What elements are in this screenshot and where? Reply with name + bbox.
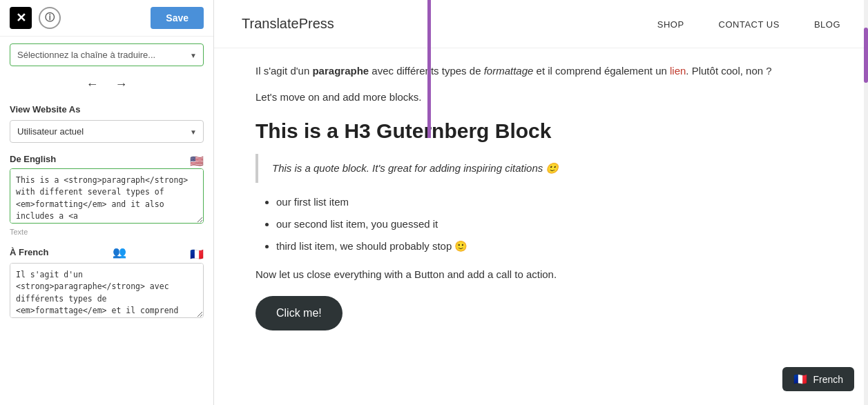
- left-accent-bar: [427, 0, 431, 138]
- site-logo: TranslatePress: [242, 16, 334, 32]
- target-lang-section: À French 👥 🇫🇷 Il s'agit d'un <strong>par…: [10, 246, 204, 321]
- site-nav-links: SHOP CONTACT US BLOG: [657, 18, 840, 30]
- french-badge-label: French: [813, 374, 843, 385]
- nav-arrows: ← →: [10, 75, 204, 95]
- content-list: our first list item our second list item…: [255, 194, 794, 255]
- users-icon: 👥: [113, 246, 126, 259]
- prev-arrow-button[interactable]: ←: [81, 75, 104, 95]
- string-select-wrapper: Sélectionnez la chaîne à traduire...: [10, 43, 204, 66]
- list-item-2: our second list item, you guessed it: [276, 216, 794, 233]
- italic-formattage: formattage: [484, 65, 534, 77]
- user-select[interactable]: Utilisateur actuel: [10, 120, 204, 143]
- target-lang-header: À French 👥 🇫🇷: [10, 246, 204, 259]
- string-select[interactable]: Sélectionnez la chaîne à traduire...: [10, 43, 204, 66]
- nav-link-blog[interactable]: BLOG: [814, 19, 840, 30]
- texte-label: Texte: [10, 228, 204, 236]
- source-lang-flag: 🇺🇸: [190, 155, 204, 164]
- nav-item-contact[interactable]: CONTACT US: [719, 18, 780, 30]
- info-button[interactable]: ⓘ: [39, 7, 61, 29]
- nav-link-shop[interactable]: SHOP: [657, 19, 684, 30]
- h3-heading: This is a H3 Guternberg Block: [255, 119, 794, 143]
- quote-text: This is a quote block. It's great for ad…: [272, 162, 559, 174]
- source-lang-section: De English 🇺🇸 This is a <strong>paragrap…: [10, 154, 204, 236]
- translation-panel: ✕ ⓘ Save Sélectionnez la chaîne à tradui…: [0, 0, 214, 405]
- lien-link[interactable]: lien: [670, 65, 686, 77]
- source-lang-title: De English: [10, 154, 56, 164]
- scrollbar-thumb: [864, 28, 868, 83]
- bold-paragraphe: paragraphe: [312, 65, 369, 77]
- cta-text: Now let us close everything with a Butto…: [255, 266, 794, 284]
- list-item-3: third list item, we should probably stop…: [276, 238, 794, 255]
- source-lang-textarea[interactable]: This is a <strong>paragraph</strong> wit…: [10, 168, 204, 224]
- view-website-as-label: View Website As: [10, 104, 204, 115]
- close-button[interactable]: ✕: [10, 7, 32, 29]
- paragraph-2: Let's move on and add more blocks.: [255, 88, 794, 106]
- next-arrow-button[interactable]: →: [110, 75, 133, 95]
- site-nav: TranslatePress SHOP CONTACT US BLOG: [214, 0, 868, 48]
- source-lang-header: De English 🇺🇸: [10, 154, 204, 164]
- cta-button[interactable]: Click me!: [255, 296, 343, 330]
- preview-area: TranslatePress SHOP CONTACT US BLOG Il s…: [214, 0, 868, 405]
- quote-block: This is a quote block. It's great for ad…: [255, 154, 794, 183]
- toolbar: ✕ ⓘ Save: [0, 0, 213, 37]
- paragraph-1: Il s'agit d'un paragraphe avec différent…: [255, 62, 794, 80]
- nav-item-shop[interactable]: SHOP: [657, 18, 684, 30]
- target-lang-title: À French: [10, 247, 48, 257]
- user-select-wrapper: Utilisateur actuel: [10, 120, 204, 143]
- target-lang-flag: 🇫🇷: [190, 248, 204, 257]
- nav-item-blog[interactable]: BLOG: [814, 18, 840, 30]
- french-flag-icon: 🇫🇷: [793, 373, 807, 386]
- nav-link-contact[interactable]: CONTACT US: [719, 19, 780, 30]
- content-area: Il s'agit d'un paragraphe avec différent…: [214, 48, 836, 358]
- save-button[interactable]: Save: [151, 7, 204, 29]
- panel-scroll-area: Sélectionnez la chaîne à traduire... ← →…: [0, 37, 213, 405]
- scrollbar-accent: [864, 0, 868, 405]
- target-lang-textarea[interactable]: Il s'agit d'un <strong>paragraphe</stron…: [10, 263, 204, 318]
- french-language-badge[interactable]: 🇫🇷 French: [782, 367, 854, 391]
- list-item-1: our first list item: [276, 194, 794, 210]
